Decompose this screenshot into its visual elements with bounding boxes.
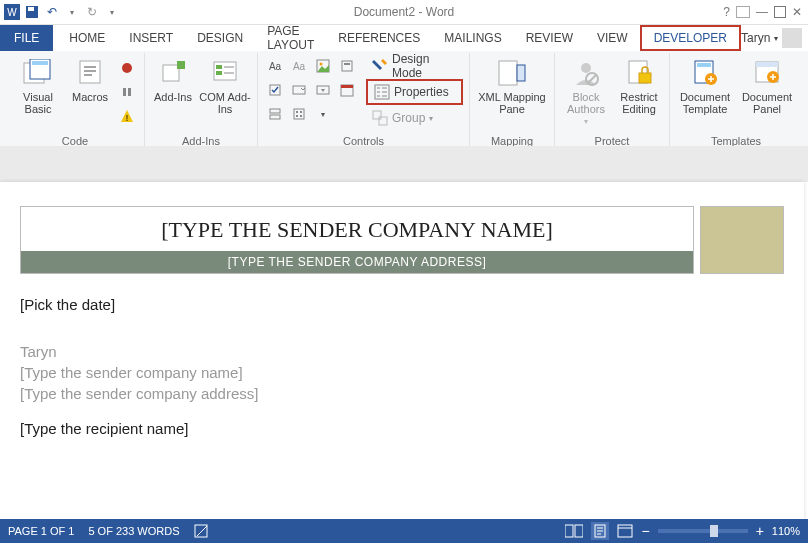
- svg-rect-47: [756, 62, 778, 67]
- dropdown-control-button[interactable]: [312, 79, 334, 101]
- group-protect: Block Authors▾ Restrict Editing Protect: [554, 53, 669, 149]
- tab-view[interactable]: VIEW: [585, 25, 640, 51]
- avatar[interactable]: [782, 28, 802, 48]
- xml-mapping-icon: [496, 57, 528, 89]
- macros-button[interactable]: Macros: [68, 55, 112, 103]
- group-templates: Document Template Document Panel Templat…: [669, 53, 802, 149]
- read-mode-icon[interactable]: [565, 524, 583, 538]
- tab-developer[interactable]: DEVELOPER: [640, 25, 741, 51]
- sender-company-field[interactable]: [Type the sender company name]: [20, 362, 784, 383]
- group-icon: [372, 110, 388, 126]
- tab-insert[interactable]: INSERT: [117, 25, 185, 51]
- web-layout-icon[interactable]: [617, 524, 633, 538]
- zoom-out-button[interactable]: −: [641, 523, 649, 539]
- tab-design[interactable]: DESIGN: [185, 25, 255, 51]
- close-icon[interactable]: ✕: [792, 5, 802, 19]
- visual-basic-button[interactable]: Visual Basic: [12, 55, 64, 115]
- status-bar: PAGE 1 OF 1 5 OF 233 WORDS − + 110%: [0, 519, 808, 543]
- plain-text-control-button[interactable]: Aa: [288, 55, 310, 77]
- document-template-button[interactable]: Document Template: [676, 55, 734, 115]
- svg-rect-21: [344, 63, 350, 65]
- ribbon: Visual Basic Macros ! Code Add-Ins COM A…: [0, 51, 808, 150]
- svg-rect-53: [618, 525, 632, 537]
- svg-rect-3: [28, 7, 34, 11]
- repeating-section-control-button[interactable]: [264, 103, 286, 125]
- minimize-icon[interactable]: —: [756, 5, 768, 19]
- undo-icon[interactable]: ↶: [44, 4, 60, 20]
- logo-placeholder[interactable]: [700, 206, 784, 274]
- com-addins-button[interactable]: COM Add-Ins: [199, 55, 251, 115]
- svg-rect-36: [379, 117, 387, 125]
- legacy-dropdown-icon[interactable]: ▾: [312, 103, 334, 125]
- word-count[interactable]: 5 OF 233 WORDS: [88, 525, 179, 537]
- restrict-editing-button[interactable]: Restrict Editing: [615, 55, 663, 115]
- svg-rect-14: [177, 61, 185, 69]
- save-icon[interactable]: [24, 4, 40, 20]
- date-picker-field[interactable]: [Pick the date]: [20, 294, 784, 315]
- svg-rect-51: [575, 525, 583, 537]
- design-mode-button[interactable]: Design Mode: [366, 55, 463, 77]
- svg-rect-31: [300, 111, 302, 113]
- group-button[interactable]: Group ▾: [366, 107, 463, 129]
- svg-rect-13: [163, 65, 179, 81]
- building-block-control-button[interactable]: [336, 55, 358, 77]
- zoom-slider[interactable]: [658, 529, 748, 533]
- com-addins-icon: [209, 57, 241, 89]
- svg-rect-50: [565, 525, 573, 537]
- tab-review[interactable]: REVIEW: [514, 25, 585, 51]
- undo-dropdown-icon[interactable]: ▾: [64, 4, 80, 20]
- svg-point-39: [581, 63, 591, 73]
- user-dropdown-icon[interactable]: ▾: [774, 34, 778, 43]
- tab-references[interactable]: REFERENCES: [326, 25, 432, 51]
- header-block[interactable]: [TYPE THE SENDER COMPANY NAME] [TYPE THE…: [20, 206, 694, 274]
- maximize-icon[interactable]: [774, 6, 786, 18]
- rich-text-control-button[interactable]: Aa: [264, 55, 286, 77]
- word-icon: W: [4, 4, 20, 20]
- record-macro-button[interactable]: [116, 57, 138, 79]
- picture-control-button[interactable]: [312, 55, 334, 77]
- zoom-level[interactable]: 110%: [772, 525, 800, 537]
- combobox-control-button[interactable]: [288, 79, 310, 101]
- sender-company-name-field[interactable]: [TYPE THE SENDER COMPANY NAME]: [21, 207, 693, 251]
- svg-rect-42: [639, 73, 651, 83]
- macro-security-button[interactable]: !: [116, 105, 138, 127]
- zoom-in-button[interactable]: +: [756, 523, 764, 539]
- legacy-tools-button[interactable]: [288, 103, 310, 125]
- redo-icon[interactable]: ↻: [84, 4, 100, 20]
- svg-rect-32: [296, 115, 298, 117]
- tab-file[interactable]: FILE: [0, 25, 53, 51]
- block-authors-icon: [570, 57, 602, 89]
- addins-button[interactable]: Add-Ins: [151, 55, 195, 103]
- checkbox-control-button[interactable]: [264, 79, 286, 101]
- svg-rect-35: [373, 111, 381, 119]
- block-authors-button[interactable]: Block Authors▾: [561, 55, 611, 126]
- svg-point-19: [320, 63, 323, 66]
- macros-icon: [74, 57, 106, 89]
- tab-home[interactable]: HOME: [57, 25, 117, 51]
- svg-rect-16: [216, 65, 222, 69]
- ribbon-display-icon[interactable]: [736, 6, 750, 18]
- properties-icon: [374, 84, 390, 100]
- page-count[interactable]: PAGE 1 OF 1: [8, 525, 74, 537]
- properties-button[interactable]: Properties: [366, 79, 463, 105]
- page[interactable]: [TYPE THE SENDER COMPANY NAME] [TYPE THE…: [0, 182, 804, 519]
- user-name[interactable]: Taryn: [741, 31, 770, 45]
- group-code: Visual Basic Macros ! Code: [6, 53, 144, 149]
- sender-name-field[interactable]: Taryn: [20, 341, 784, 362]
- sender-address-field[interactable]: [Type the sender company address]: [20, 383, 784, 404]
- document-panel-button[interactable]: Document Panel: [738, 55, 796, 115]
- recipient-name-field[interactable]: [Type the recipient name]: [20, 418, 784, 439]
- proofing-icon[interactable]: [194, 524, 210, 538]
- help-icon[interactable]: ?: [723, 5, 730, 19]
- tab-page-layout[interactable]: PAGE LAYOUT: [255, 25, 326, 51]
- window-title: Document2 - Word: [354, 5, 454, 19]
- xml-mapping-pane-button[interactable]: XML Mapping Pane: [476, 55, 548, 115]
- date-picker-control-button[interactable]: [336, 79, 358, 101]
- pause-recording-button[interactable]: [116, 81, 138, 103]
- sender-company-address-field[interactable]: [TYPE THE SENDER COMPANY ADDRESS]: [21, 251, 693, 273]
- print-layout-icon[interactable]: [591, 522, 609, 540]
- qat-dropdown-icon[interactable]: ▾: [104, 4, 120, 20]
- tab-mailings[interactable]: MAILINGS: [432, 25, 513, 51]
- document-area[interactable]: [TYPE THE SENDER COMPANY NAME] [TYPE THE…: [0, 146, 808, 519]
- design-mode-icon: [372, 58, 388, 74]
